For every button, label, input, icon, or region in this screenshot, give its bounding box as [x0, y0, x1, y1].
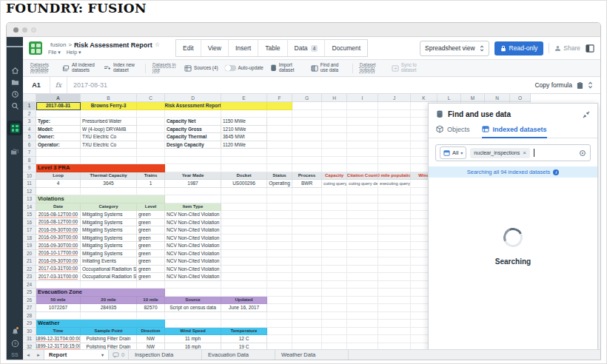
tab-view[interactable]: View	[201, 40, 229, 56]
cell-C5[interactable]	[137, 133, 165, 141]
cell-I4[interactable]	[347, 126, 378, 134]
cell-E13[interactable]	[221, 195, 267, 203]
cell-B18[interactable]: Mitigating Systems	[81, 235, 137, 243]
cell-E10[interactable]: Docket	[221, 172, 267, 181]
row-header-9[interactable]: 9	[23, 164, 36, 172]
cell-B4[interactable]: W (4-loop) DRYAMB	[81, 126, 137, 134]
column-header-C[interactable]: C	[137, 94, 165, 102]
cell-D14[interactable]: Item Type	[165, 203, 221, 212]
minimize-window-button[interactable]	[22, 27, 27, 33]
column-header-B[interactable]: B	[81, 94, 137, 102]
notifications-bell-icon[interactable]	[7, 326, 23, 337]
cell-D5[interactable]: Capacity Thermal	[165, 133, 221, 141]
cell-A4[interactable]: Model:	[36, 126, 81, 134]
cell-B28[interactable]	[81, 312, 137, 320]
cell-F22[interactable]	[267, 266, 292, 274]
cell-J14[interactable]	[378, 203, 411, 212]
cell-H7[interactable]	[322, 149, 347, 157]
cell-D13[interactable]	[165, 195, 221, 203]
column-header-H[interactable]: H	[322, 94, 347, 102]
cell-B6[interactable]: TXU Electric Co	[81, 141, 137, 149]
cell-J26[interactable]	[378, 297, 411, 305]
column-header-I[interactable]: I	[347, 94, 378, 102]
cell-J27[interactable]	[378, 304, 411, 312]
row-header-29[interactable]: 29	[23, 320, 36, 328]
cell-G11[interactable]: BWR	[292, 180, 322, 188]
cell-B32[interactable]: Polishing Filter Drain	[81, 343, 137, 350]
collapse-icon[interactable]	[583, 111, 590, 118]
cell-C19[interactable]: green	[137, 242, 165, 250]
row-header-10[interactable]: 10	[23, 172, 36, 181]
cell-A26[interactable]: 50 mile	[36, 297, 81, 305]
cell-J21[interactable]	[378, 257, 411, 266]
cell-H3[interactable]	[322, 118, 347, 126]
cell-A30[interactable]: Time	[36, 328, 81, 336]
cell-B27[interactable]: 284935	[81, 304, 137, 312]
cell-I23[interactable]	[347, 273, 378, 281]
index-new-dataset-button[interactable]: Index new dataset	[104, 63, 138, 73]
row-header-11[interactable]: 11	[23, 180, 36, 188]
cell-D26[interactable]: Source	[165, 297, 221, 305]
cell-G29[interactable]	[292, 320, 322, 328]
cell-C32[interactable]: NW	[137, 343, 165, 350]
row-header-8[interactable]: 8	[23, 157, 36, 165]
column-header-N[interactable]: N	[485, 94, 510, 102]
cell-D18[interactable]: NCV Non-Cited Violation	[165, 235, 221, 243]
cell-J25[interactable]	[378, 289, 411, 297]
cell-J20[interactable]	[378, 250, 411, 258]
cell-E12[interactable]	[221, 188, 267, 196]
tab-weather-data[interactable]: Weather Data	[275, 350, 348, 360]
cell-F24[interactable]	[267, 281, 292, 289]
cell-A13[interactable]: Violations	[36, 195, 165, 203]
cell-G14[interactable]	[292, 203, 322, 212]
tab-indexed-datasets[interactable]: Indexed datasets	[482, 125, 547, 138]
cell-I18[interactable]	[347, 235, 378, 243]
cell-G10[interactable]: Process	[292, 172, 322, 181]
cell-G15[interactable]	[292, 211, 322, 219]
cell-B26[interactable]: 20 mile	[81, 297, 137, 305]
cell-I28[interactable]	[347, 312, 378, 320]
cell-I1[interactable]	[347, 102, 378, 110]
cell-J7[interactable]	[378, 149, 411, 157]
column-header-J[interactable]: J	[378, 94, 411, 102]
cell-J18[interactable]	[378, 235, 411, 243]
cell-H16[interactable]	[322, 219, 347, 227]
cell-C11[interactable]: 1	[137, 180, 165, 188]
close-window-button[interactable]	[13, 27, 19, 33]
row-header-32[interactable]: 32	[23, 343, 36, 350]
cell-B11[interactable]: 3645	[81, 180, 137, 188]
cell-H11[interactable]: cuting query d	[322, 180, 347, 188]
row-header-14[interactable]: 14	[23, 203, 36, 212]
cell-I27[interactable]	[347, 304, 378, 312]
cell-G17[interactable]	[292, 226, 322, 235]
cell-I26[interactable]	[347, 297, 378, 305]
cell-G9[interactable]	[292, 164, 322, 172]
cell-G23[interactable]	[292, 273, 322, 281]
row-header-16[interactable]: 16	[23, 219, 36, 227]
next-sheet-arrow[interactable]: ▸	[33, 350, 44, 360]
all-indexed-datasets-button[interactable]: All indexed datasets	[62, 63, 97, 73]
cell-J23[interactable]	[378, 273, 411, 281]
cell-H31[interactable]	[322, 335, 347, 343]
cell-A17[interactable]: 2016-09-30T00:00	[36, 226, 81, 235]
column-header-A[interactable]: A	[36, 94, 81, 102]
cell-F19[interactable]	[267, 242, 292, 250]
cell-H28[interactable]	[322, 312, 347, 320]
cell-I32[interactable]	[347, 343, 378, 350]
cell-G24[interactable]	[292, 281, 322, 289]
cell-B17[interactable]: Mitigating Systems	[81, 226, 137, 235]
cell-E21[interactable]	[221, 257, 267, 266]
row-header-21[interactable]: 21	[23, 257, 36, 266]
cell-G20[interactable]	[292, 250, 322, 258]
cell-B23[interactable]: Occupational Radiation Sa	[81, 273, 137, 281]
cell-H12[interactable]	[322, 188, 347, 196]
favorite-star-icon[interactable]: ☆	[155, 41, 160, 48]
cell-J9[interactable]	[378, 164, 411, 172]
cell-E18[interactable]	[221, 235, 267, 243]
tab-table[interactable]: Table	[258, 40, 287, 56]
info-icon[interactable]: i	[553, 169, 559, 175]
cell-B20[interactable]: Mitigating Systems	[81, 250, 137, 258]
cell-F5[interactable]	[267, 133, 292, 141]
user-initials[interactable]: SS	[11, 352, 18, 357]
cell-C26[interactable]: 10 mile	[137, 297, 165, 305]
